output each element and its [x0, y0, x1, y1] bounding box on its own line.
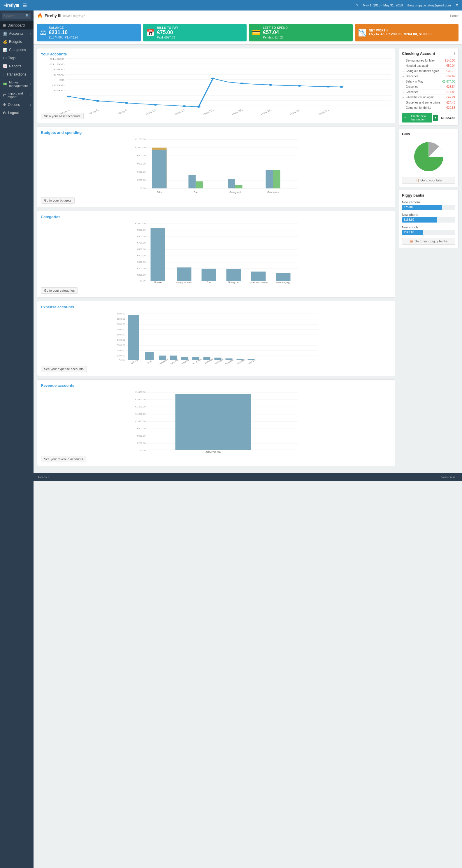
svg-point-18 — [81, 98, 86, 100]
piggy-icon: 🐷 — [409, 240, 414, 243]
create-transaction-dropdown[interactable]: ▾ — [433, 115, 438, 121]
sidebar-item-options[interactable]: ⚙ Options › — [0, 101, 34, 109]
budgets-title: Budgets and spending — [41, 130, 392, 135]
footer: Firefly III Version 4... — [34, 473, 462, 481]
revenue-accounts-section: Revenue accounts €1,800.00 €1,600.00 €1,… — [37, 379, 395, 466]
options-icon: ⚙ — [3, 103, 6, 107]
bills-icon: 📅 — [146, 29, 155, 37]
svg-text:€0.00: €0.00 — [140, 187, 146, 190]
svg-point-27 — [298, 85, 301, 87]
sidebar-item-import-export[interactable]: ⇄ Import and export › — [0, 90, 34, 101]
bills-value: €75.00 — [157, 29, 178, 36]
dashboard-icon: ⊞ — [3, 23, 6, 27]
svg-text:€500.00: €500.00 — [137, 254, 146, 257]
sidebar-item-money-management[interactable]: 💵 Money management › — [0, 79, 34, 90]
svg-text:-€200: -€200 — [52, 84, 65, 86]
svg-rect-87 — [202, 269, 216, 281]
svg-text:€700.00: €700.00 — [137, 242, 146, 244]
nav-menu-icon[interactable]: ☰ — [23, 3, 27, 8]
svg-text:Groceries: Groceries — [267, 191, 279, 194]
piggy-couch-name: New couch — [402, 225, 455, 229]
svg-text:€400.00: €400.00 — [117, 339, 125, 341]
piggy-item-couch: New couch €120.00 — [402, 225, 455, 235]
go-to-categories-button[interactable]: Go to your categories — [41, 287, 78, 294]
see-revenue-accounts-button[interactable]: See your revenue accounts — [41, 456, 86, 462]
create-transaction-button[interactable]: + Create new transaction — [402, 113, 432, 123]
transaction-list: → Saving money for May €140.00 → Needed … — [402, 58, 455, 110]
header-home[interactable]: Home — [450, 14, 459, 18]
sidebar-item-tags[interactable]: 🏷 Tags — [0, 54, 34, 62]
svg-text:€400.00: €400.00 — [137, 170, 146, 173]
table-row: → Groceries and some drinks €24.46 — [402, 100, 455, 105]
piggy-banks-title: Piggy banks — [402, 193, 455, 197]
checking-account-info-icon[interactable]: ℹ — [454, 51, 455, 55]
svg-text:€1,800.00: €1,800.00 — [135, 391, 146, 394]
sidebar-item-transactions[interactable]: ↕ Transactions › — [0, 70, 34, 79]
svg-rect-57 — [196, 181, 203, 188]
expense-accounts-title: Expense accounts — [41, 305, 392, 309]
svg-text:JobGiver Inc.: JobGiver Inc. — [205, 450, 221, 453]
nav-settings-icon[interactable]: ⚙ — [456, 3, 459, 7]
accounts-icon: 🏦 — [3, 31, 7, 36]
svg-point-20 — [125, 102, 129, 104]
svg-text:€900.00: €900.00 — [137, 229, 146, 231]
sidebar-item-reports[interactable]: 📈 Reports — [0, 62, 34, 70]
svg-text:May 28: May 28 — [259, 109, 272, 115]
svg-text:€100.00: €100.00 — [117, 354, 125, 357]
sidebar-item-dashboard[interactable]: ⊞ Dashboard — [0, 21, 34, 29]
spend-label: LEFT TO SPEND — [263, 26, 288, 29]
svg-rect-58 — [228, 179, 235, 188]
svg-text:Car: Car — [207, 281, 211, 284]
networth-icon: 📉 — [358, 29, 367, 37]
sidebar-item-accounts[interactable]: 🏦 Accounts › — [0, 29, 34, 38]
svg-text:€1,600: €1,600 — [49, 58, 65, 60]
accounts-title: Your accounts — [41, 52, 392, 56]
table-row: → Going out for drinks again €32.76 — [402, 68, 455, 74]
table-row: → Groceries €17.88 — [402, 90, 455, 95]
table-row: → Going out for drinks €20.83 — [402, 105, 455, 110]
see-expense-accounts-button[interactable]: See your expense accounts — [41, 366, 87, 372]
sidebar-item-budgets[interactable]: 💰 Budgets — [0, 38, 34, 46]
options-arrow-icon: › — [30, 103, 31, 106]
go-to-budgets-button[interactable]: Go to your budgets — [41, 197, 75, 204]
go-to-piggy-banks-button[interactable]: 🐷 Go to your piggy banks — [402, 238, 455, 245]
balance-label: BALANCE — [49, 26, 78, 29]
svg-rect-61 — [273, 170, 280, 188]
svg-text:€1,200.00: €1,200.00 — [135, 138, 146, 141]
summary-cards: ⚖ BALANCE €231.10 €1,674.06 / -€1,442.96… — [34, 21, 462, 44]
svg-text:€400: €400 — [53, 73, 64, 76]
sidebar-item-logout[interactable]: ⏻ Logout — [0, 109, 34, 117]
header-playing: what's playing? — [63, 14, 85, 18]
svg-text:€200.00: €200.00 — [137, 274, 146, 276]
svg-text:€1,400.00: €1,400.00 — [135, 405, 146, 408]
svg-rect-90 — [276, 273, 291, 281]
top-nav: FireflyIII ☰ ? May 1, 2018 - May 31, 201… — [0, 0, 462, 10]
table-row: → Groceries €23.54 — [402, 84, 455, 90]
nav-email: thegrumpydictator@gmail.com — [407, 3, 451, 7]
svg-text:€1,000.00: €1,000.00 — [135, 222, 146, 225]
svg-text:May 30: May 30 — [288, 109, 301, 115]
categories-chart-svg: €1,000.00 €900.00 €800.00 €700.00 €600.0… — [41, 221, 392, 285]
svg-text:House: House — [154, 281, 162, 284]
checking-account-section: Checking Account ℹ → Saving money for Ma… — [399, 48, 459, 126]
sidebar: 🔍 ⊞ Dashboard 🏦 Accounts › 💰 Budgets 📊 C… — [0, 10, 34, 868]
sidebar-item-categories[interactable]: 📊 Categories — [0, 46, 34, 54]
logout-icon: ⏻ — [3, 111, 6, 115]
accounts-arrow-icon: › — [30, 32, 31, 35]
balance-icon: ⚖ — [40, 29, 46, 37]
svg-text:€200.00: €200.00 — [117, 349, 125, 352]
header-logo: Firefly III — [44, 13, 62, 18]
svg-text:€200.00: €200.00 — [137, 442, 146, 444]
search-input[interactable] — [4, 14, 25, 18]
nav-question-icon[interactable]: ? — [357, 3, 358, 7]
svg-text:€1,000.00: €1,000.00 — [135, 146, 146, 149]
piggy-item-camera: New camera €75.00 — [402, 200, 455, 210]
bills-icon2: 📋 — [416, 179, 420, 182]
bills-to-pay-card: 📅 BILLS TO PAY €75.00 Paid: €927.33 — [143, 24, 247, 41]
svg-point-21 — [154, 104, 157, 105]
main-content: 🔥 Firefly III what's playing? Home ⚖ BAL… — [34, 10, 462, 868]
go-to-bills-button[interactable]: 📋 Go to your bills — [402, 177, 455, 184]
spend-value: €57.04 — [263, 29, 288, 36]
svg-point-26 — [269, 84, 272, 86]
import-icon: ⇄ — [3, 93, 6, 97]
